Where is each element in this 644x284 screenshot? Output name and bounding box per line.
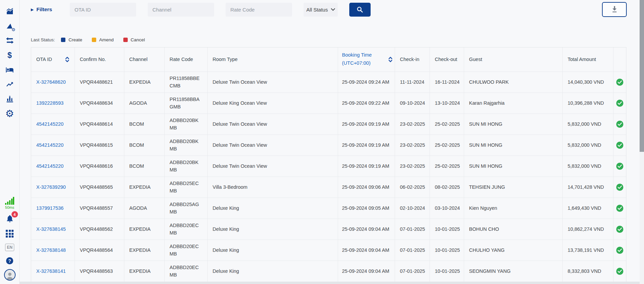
ota-id-link[interactable]: 1379917536	[36, 205, 64, 211]
check-in-cell: 07-01-2025	[395, 219, 430, 240]
ota-id-link[interactable]: X-327638148	[36, 247, 66, 253]
channel-input[interactable]	[148, 3, 214, 17]
booking-time-cell: 25-09-2024 09:04 AM	[338, 219, 395, 240]
analytics-settings-icon[interactable]: ⚙	[5, 21, 15, 31]
green-check-icon	[616, 121, 623, 128]
channel-cell: EXPEDIA	[124, 240, 164, 261]
total-amount-cell: 8,332,803 VND	[562, 261, 613, 282]
table-row: X-327639290 VPQR4488565 EXPEDIA ADBBD25E…	[31, 177, 626, 198]
vertical-scrollbar-thumb[interactable]	[640, 0, 644, 152]
green-check-icon	[616, 268, 623, 275]
col-header-guest: Guest	[464, 47, 562, 72]
sort-icon[interactable]	[388, 56, 393, 63]
table-body: X-327648620 VPQR4488621 EXPEDIA PR11858B…	[31, 72, 626, 282]
total-amount-cell: 10,862,274 VND	[562, 219, 613, 240]
ota-id-link[interactable]: X-327648620	[36, 79, 66, 85]
confirm-no-cell: VPQR4488614	[75, 114, 124, 135]
area-chart-icon[interactable]	[5, 7, 15, 16]
confirm-no-cell: VPQR4488634	[75, 93, 124, 114]
total-amount-cell: 14,701,428 VND	[562, 177, 613, 198]
ota-id-link[interactable]: 4542145220	[36, 163, 64, 169]
rate-code-cell: ADBBD20BKMB	[164, 135, 207, 156]
rate-code-input[interactable]	[226, 3, 292, 17]
status-cell	[613, 198, 626, 219]
guest-cell: TEHSIEN JUNG	[464, 177, 562, 198]
col-header-booking-time[interactable]: Booking Time (UTC+07:00)	[338, 47, 395, 72]
search-button[interactable]	[349, 3, 371, 17]
ota-id-input[interactable]	[70, 3, 136, 17]
rate-code-cell: ADBBD20ECMB	[164, 240, 207, 261]
guest-cell: Karan Rajgarhia	[464, 93, 562, 114]
check-out-cell: 13-10-2024	[430, 93, 464, 114]
room-type-cell: Deluxe Twin Ocean View	[207, 72, 338, 93]
confirm-no-cell: VPQR4488557	[75, 198, 124, 219]
green-check-icon	[616, 226, 623, 233]
person-icon	[5, 271, 15, 280]
guest-cell: SUN MI HONG	[464, 114, 562, 135]
ota-id-link[interactable]: X-327638141	[36, 268, 66, 274]
check-in-cell: 02-10-2024	[395, 198, 430, 219]
col-header-confirm-no: Confirm No.	[75, 47, 124, 72]
room-type-cell: Deluxe King	[207, 240, 338, 261]
channel-cell: EXPEDIA	[124, 219, 164, 240]
create-swatch	[61, 38, 65, 42]
check-in-cell: 07-01-2025	[395, 261, 430, 282]
latency-indicator: 50ms	[5, 197, 14, 209]
channel-cell: BCOM	[124, 114, 164, 135]
channel-cell: AGODA	[124, 198, 164, 219]
main-content: ▶ Filters All Status Last Status: Create	[20, 0, 644, 284]
guest-cell: SEONGMIN YANG	[464, 261, 562, 282]
table-row: X-327638145 VPQR4488562 EXPEDIA ADBBD20E…	[31, 219, 626, 240]
guest-cell: CHULHO YANG	[464, 240, 562, 261]
filters-expand-icon: ▶	[31, 8, 34, 12]
ota-id-link[interactable]: 1392228593	[36, 100, 64, 106]
cancel-swatch	[123, 38, 128, 42]
table-row: X-327638141 VPQR4488563 EXPEDIA ADBBD20E…	[31, 261, 626, 282]
channel-cell: AGODA	[124, 93, 164, 114]
col-header-ota-id[interactable]: OTA ID	[31, 47, 75, 72]
bed-icon[interactable]	[5, 65, 15, 75]
rate-code-cell: ADBBD20ECMB	[164, 261, 207, 282]
green-check-icon	[616, 184, 623, 191]
booking-time-cell: 25-09-2024 09:19 AM	[338, 156, 395, 177]
user-avatar[interactable]	[4, 269, 16, 281]
check-in-cell: 23-02-2025	[395, 114, 430, 135]
ota-id-link[interactable]: 4542145220	[36, 142, 64, 148]
booking-time-cell: 25-09-2024 09:05 AM	[338, 198, 395, 219]
status-cell	[613, 240, 626, 261]
channel-cell: EXPEDIA	[124, 72, 164, 93]
ota-id-link[interactable]: X-327639290	[36, 184, 66, 190]
ota-id-link[interactable]: X-327638145	[36, 226, 66, 232]
apps-grid-icon[interactable]	[6, 230, 14, 238]
table-row: 4542145220 VPQR4488616 BCOM ADBBD20BKMB …	[31, 156, 626, 177]
horizontal-scrollbar-track[interactable]	[20, 282, 640, 284]
trending-up-icon[interactable]	[5, 80, 15, 89]
swap-arrows-icon[interactable]	[5, 36, 15, 45]
table-row: 1379917536 VPQR4488557 AGODA ADBBD25AGMB…	[31, 198, 626, 219]
status-dropdown-value: All Status	[306, 7, 328, 13]
sort-icon[interactable]	[65, 56, 69, 63]
green-check-icon	[616, 163, 623, 170]
room-type-cell: Villa 3-Bedroom	[207, 177, 338, 198]
download-button[interactable]	[602, 2, 627, 17]
ota-id-link[interactable]: 4542145220	[36, 121, 64, 127]
status-cell	[613, 72, 626, 93]
filters-toggle[interactable]: ▶ Filters	[31, 6, 52, 13]
notifications-bell[interactable]: 4	[5, 214, 14, 224]
language-selector[interactable]: EN	[5, 244, 14, 251]
status-dropdown[interactable]: All Status	[304, 3, 338, 17]
col-header-rate-code: Rate Code	[164, 47, 207, 72]
check-out-cell: 10-01-2025	[430, 240, 464, 261]
bar-chart-icon[interactable]	[5, 94, 15, 104]
booking-time-cell: 25-09-2024 09:04 AM	[338, 261, 395, 282]
check-in-cell: 23-02-2025	[395, 156, 430, 177]
check-in-cell: 09-10-2024	[395, 93, 430, 114]
booking-time-cell: 25-09-2024 09:19 AM	[338, 135, 395, 156]
help-icon[interactable]: ?	[6, 257, 13, 264]
check-out-cell: 10-01-2025	[430, 261, 464, 282]
dollar-icon[interactable]: $	[5, 50, 15, 60]
booking-time-cell: 25-09-2024 09:24 AM	[338, 72, 395, 93]
channel-cell: BCOM	[124, 156, 164, 177]
settings-gear-icon[interactable]: ⚙	[5, 109, 15, 118]
total-amount-cell: 5,832,000 VND	[562, 114, 613, 135]
